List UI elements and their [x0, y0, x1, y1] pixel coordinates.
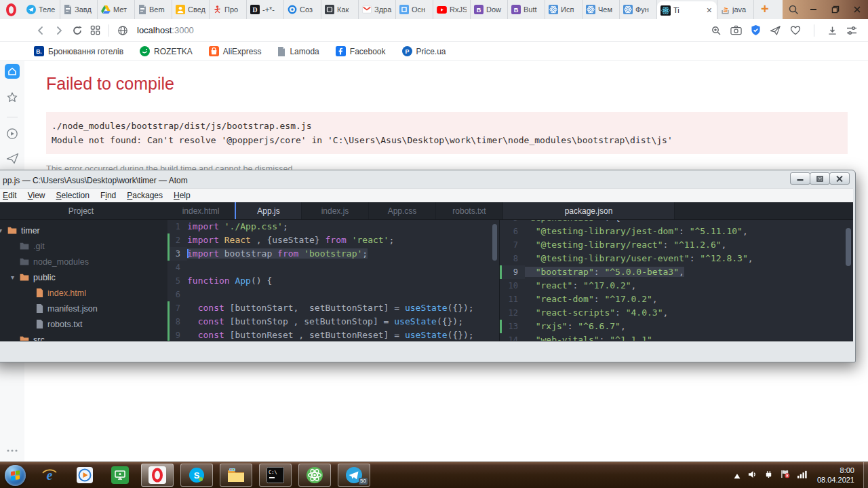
browser-tab-17[interactable]: Ti×: [657, 1, 717, 19]
taskbar-explorer-button[interactable]: [220, 464, 252, 487]
tree-item-robots-txt[interactable]: robots.txt: [0, 316, 167, 332]
tab-App-js[interactable]: App.js: [235, 202, 302, 219]
show-desktop-button[interactable]: [863, 462, 868, 488]
menu-view[interactable]: View: [22, 191, 51, 200]
sidebar-home-button[interactable]: [5, 64, 20, 81]
taskbar-ie-button[interactable]: e: [35, 464, 64, 487]
browser-tab-2[interactable]: Мет: [98, 0, 135, 19]
taskbar-atomapp-button[interactable]: [298, 464, 331, 487]
tray-volume-button[interactable]: [748, 469, 757, 481]
tab-App-css[interactable]: App.css: [369, 202, 436, 219]
easy-setup-icon[interactable]: [846, 26, 857, 35]
browser-tab-11[interactable]: RxJS: [433, 0, 471, 19]
code-line-9: 9 "bootstrap": "^5.0.0-beta3",: [500, 265, 853, 279]
editor-package-json[interactable]: 5"dependencies" : {6 "@testing-library/j…: [500, 220, 853, 341]
menu-packages[interactable]: Packages: [121, 191, 168, 200]
right-editor-scrollbar[interactable]: [846, 228, 851, 266]
browser-tab-5[interactable]: Про: [210, 0, 247, 19]
browser-tab-9[interactable]: Здра: [359, 0, 396, 19]
browser-tab-6[interactable]: D-+*-: [247, 0, 284, 19]
my-flow-icon[interactable]: [770, 25, 781, 36]
new-tab-button[interactable]: +: [754, 1, 777, 18]
browser-tab-12[interactable]: BDow: [471, 0, 508, 19]
atom-titlebar[interactable]: pp.js — C:\Users\Asus\Desktop\work\timer…: [0, 172, 853, 188]
tab-index-js[interactable]: index.js: [302, 202, 369, 219]
downloads-icon[interactable]: [827, 25, 837, 36]
bookmark-1[interactable]: ROZETKA: [140, 46, 193, 56]
tray-trayup-button[interactable]: [734, 469, 741, 481]
tray-power-button[interactable]: [764, 469, 773, 481]
browser-restore-button[interactable]: [825, 1, 846, 18]
sidebar-more-icon[interactable]: [7, 449, 18, 452]
tree-item-timer[interactable]: ▾timer: [0, 223, 167, 238]
browser-tab-10[interactable]: Осн: [396, 0, 433, 19]
bookmark-5[interactable]: PPrice.ua: [402, 46, 446, 56]
bookmark-2[interactable]: AliExpress: [209, 46, 262, 56]
facebook-icon: [336, 46, 346, 56]
browser-tab-15[interactable]: Чем: [583, 0, 620, 19]
speed-dial-button[interactable]: [86, 21, 104, 39]
menu-find[interactable]: Find: [95, 191, 121, 200]
taskbar-wmp-button[interactable]: [71, 464, 99, 487]
atom-minimize-button[interactable]: [790, 172, 810, 185]
taskbar-cmd-button[interactable]: C:\: [259, 464, 292, 487]
tree-item-index-html[interactable]: index.html: [0, 285, 167, 301]
search-icon[interactable]: [788, 4, 799, 15]
vpn-shield-icon[interactable]: [751, 24, 761, 36]
taskbar-monitor-button[interactable]: [106, 464, 134, 487]
menu-edit[interactable]: Edit: [0, 191, 22, 200]
zoom-icon[interactable]: [711, 25, 722, 36]
tree-item-src[interactable]: src: [0, 332, 167, 341]
tray-flag-button[interactable]: [781, 469, 790, 481]
menu-help[interactable]: Help: [168, 191, 196, 200]
start-button[interactable]: [5, 465, 26, 486]
browser-tab-4[interactable]: Свед: [172, 0, 210, 19]
bookmark-3[interactable]: Lamoda: [277, 47, 319, 56]
snapshot-icon[interactable]: [730, 25, 742, 35]
taskbar-clock[interactable]: 8:00 08.04.2021: [817, 466, 861, 485]
tree-item--git[interactable]: .git: [0, 238, 167, 254]
bookmark-heart-icon[interactable]: [790, 25, 801, 35]
taskbar-telegramapp-button[interactable]: 50: [338, 464, 370, 487]
address-bar[interactable]: localhost:3000: [137, 25, 194, 35]
tab-package-json[interactable]: package.json: [503, 202, 675, 219]
browser-tab-1[interactable]: Завд: [60, 0, 98, 19]
tree-item-node-modules[interactable]: node_modules: [0, 254, 167, 269]
browser-tab-8[interactable]: Как: [321, 0, 359, 19]
browser-tab-16[interactable]: Фун: [620, 0, 657, 19]
bookmark-0[interactable]: B.Бронювання готелів: [34, 46, 123, 56]
browser-tab-0[interactable]: Теле: [23, 0, 60, 19]
sidebar-play-button[interactable]: [6, 128, 18, 143]
atom-tab-bar: Project index.htmlApp.jsindex.jsApp.cssr…: [0, 202, 853, 220]
sidebar-flow-button[interactable]: [6, 153, 19, 167]
atom-restore-button[interactable]: [810, 172, 830, 185]
priceua-icon: P: [402, 46, 412, 56]
browser-tab-7[interactable]: Соз: [284, 0, 321, 19]
browser-tab-18[interactable]: java: [717, 0, 754, 19]
reload-button[interactable]: [68, 21, 86, 39]
tab-index-html[interactable]: index.html: [167, 202, 235, 219]
browser-minimize-button[interactable]: [803, 1, 825, 18]
browser-tab-3[interactable]: Bem: [135, 0, 172, 19]
editor-app-js[interactable]: 1import './App.css';2import React , {use…: [167, 220, 500, 341]
browser-tab-13[interactable]: BButt: [508, 0, 545, 19]
tray-network-button[interactable]: [797, 469, 807, 481]
sidebar-star-button[interactable]: [6, 92, 18, 107]
taskbar-opera-button[interactable]: [141, 464, 174, 487]
browser-close-button[interactable]: [846, 1, 868, 18]
opera-logo-icon[interactable]: [6, 3, 16, 16]
tree-item-manifest-json[interactable]: manifest.json: [0, 301, 167, 316]
site-info-button[interactable]: [113, 21, 132, 39]
taskbar-skype-button[interactable]: S: [180, 464, 213, 487]
tab-robots-txt[interactable]: robots.txt: [436, 202, 503, 219]
folder-icon: [20, 242, 29, 250]
atom-close-button[interactable]: [829, 172, 850, 185]
browser-tab-14[interactable]: Исп: [545, 0, 583, 19]
back-button[interactable]: [31, 21, 50, 39]
bookmark-4[interactable]: Facebook: [336, 46, 386, 56]
forward-button[interactable]: [50, 21, 68, 39]
left-editor-scrollbar[interactable]: [492, 224, 497, 261]
close-tab-icon[interactable]: ×: [705, 5, 713, 16]
tree-item-public[interactable]: ▾public: [0, 269, 167, 285]
menu-selection[interactable]: Selection: [51, 191, 95, 200]
